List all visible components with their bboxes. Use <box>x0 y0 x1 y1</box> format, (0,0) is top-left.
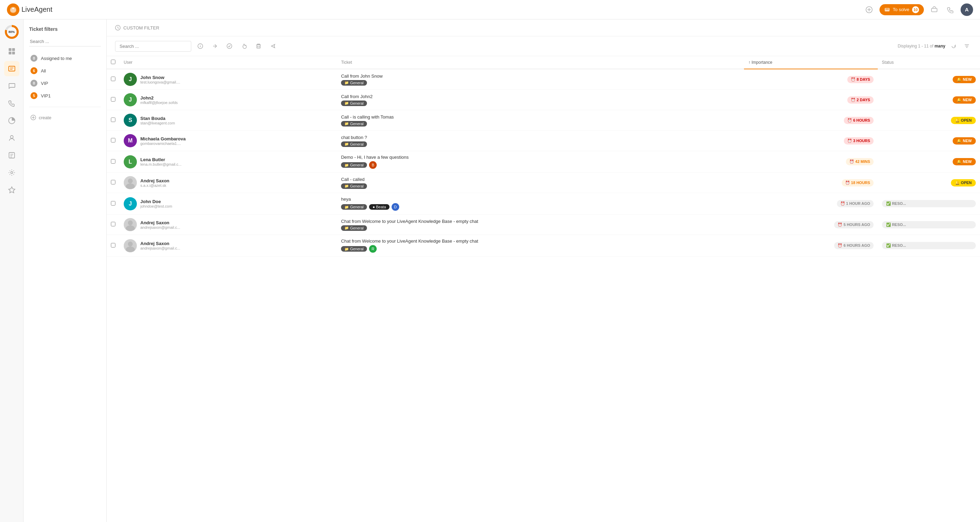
table-row[interactable]: J John2 mfkaflf@jfioejoe.sofds Call from… <box>107 90 980 110</box>
table-row[interactable]: S Stan Bouda stan@liveagent.com Call - i… <box>107 110 980 130</box>
forward-icon[interactable] <box>209 41 220 52</box>
ticket-tags: 📁GeneralB <box>341 161 740 169</box>
row-checkbox[interactable] <box>111 243 115 247</box>
filter-label-all: All <box>41 68 46 73</box>
importance-col: ⏰ 42 MINS <box>744 151 877 173</box>
create-filter-label: create <box>39 115 51 120</box>
col-importance[interactable]: ↑ Importance <box>744 56 877 69</box>
table-row[interactable]: M Michaela Gombarova gombarovamichaela1.… <box>107 130 980 151</box>
status-col: ✅ RESO... <box>878 235 980 256</box>
ticket-toolbar: Displaying 1 - 11 of many <box>107 37 980 56</box>
ticket-title: Demo - Hi, I have a few questions <box>341 154 740 160</box>
user-avatar[interactable]: A <box>961 3 973 16</box>
delete-icon[interactable] <box>253 41 264 52</box>
resolve-icon[interactable] <box>224 41 235 52</box>
sidebar-item-chat[interactable] <box>4 78 19 94</box>
info-icon[interactable] <box>195 41 206 52</box>
importance-col: ⏰ 6 HOURS <box>744 110 877 130</box>
filter-item-vip[interactable]: 0 VIP <box>29 77 101 89</box>
col-user: User <box>119 56 337 69</box>
filter-badge-all: 6 <box>30 67 37 74</box>
ticket-search-input[interactable] <box>115 41 191 52</box>
user-cell: Andrej Saxon andrejsaxon@gmail.c... <box>124 218 332 231</box>
ticket-title: Chat from Welcome to your LiveAgent Know… <box>341 219 740 224</box>
filter-badge-vip1: 5 <box>30 92 37 99</box>
importance-col: ⏰ 3 HOURS <box>744 130 877 151</box>
more-icon[interactable] <box>267 41 278 52</box>
filter-item-vip1[interactable]: 5 VIP1 <box>29 89 101 102</box>
row-checkbox[interactable] <box>111 76 115 81</box>
user-cell: S Stan Bouda stan@liveagent.com <box>124 114 332 127</box>
sidebar-item-settings[interactable] <box>4 165 19 180</box>
ticket-cell: heya 📁General● BeataD <box>337 193 744 215</box>
svg-rect-9 <box>12 48 15 51</box>
svg-point-34 <box>128 220 133 225</box>
ticket-tags: 📁General <box>341 183 740 189</box>
table-row[interactable]: Andrej Saxon s.a.x.i@azet.sk Call - call… <box>107 173 980 193</box>
ticket-tags: 📁General <box>341 225 740 231</box>
svg-point-31 <box>128 178 133 183</box>
user-name: Andrej Saxon <box>140 241 180 246</box>
topnav-right: To solve 10 A <box>864 3 973 16</box>
sidebar-item-reports[interactable] <box>4 113 19 128</box>
notifications-icon[interactable] <box>929 4 940 15</box>
status-col: 🔔 NEW <box>878 151 980 173</box>
user-email: gombarovamichaela1.... <box>140 142 186 146</box>
sidebar-item-calls[interactable] <box>4 95 19 111</box>
filter-badge-vip: 0 <box>30 80 37 87</box>
column-filter-icon[interactable] <box>962 41 972 51</box>
row-checkbox[interactable] <box>111 159 115 164</box>
ticket-cell: Call from John Snow 📁General <box>337 69 744 90</box>
row-checkbox[interactable] <box>111 222 115 226</box>
user-email: mfkaflf@jfioejoe.sofds <box>140 100 178 105</box>
svg-point-14 <box>10 135 13 138</box>
sidebar-item-tickets[interactable] <box>4 61 19 76</box>
filter-search-input[interactable] <box>29 37 101 46</box>
filter-sidebar: Ticket filters 0 Assigned to me 6 All 0 … <box>24 19 107 522</box>
ticket-cell: Call from John2 📁General <box>337 90 744 110</box>
user-name: Andrej Saxon <box>140 178 169 183</box>
sidebar-item-knowledge[interactable] <box>4 148 19 163</box>
row-checkbox[interactable] <box>111 201 115 205</box>
main-layout: 80% Ticket filters <box>0 19 980 522</box>
phone-icon[interactable] <box>945 4 956 15</box>
sidebar-item-dashboard[interactable] <box>4 44 19 59</box>
row-checkbox[interactable] <box>111 138 115 142</box>
table-row[interactable]: J John Doe johndoe@test.com heya 📁Genera… <box>107 193 980 215</box>
logo[interactable]: LiveAgent <box>7 3 52 16</box>
displaying-text: Displaying 1 - 11 of many <box>898 44 945 49</box>
svg-rect-6 <box>885 9 889 10</box>
create-filter-item[interactable]: create <box>29 112 101 123</box>
filter-item-all[interactable]: 6 All <box>29 64 101 77</box>
user-email: stan@liveagent.com <box>140 121 175 125</box>
filter-label-vip1: VIP1 <box>41 93 51 99</box>
ticket-title: chat button ? <box>341 135 740 140</box>
add-icon[interactable] <box>864 4 875 15</box>
col-status: Status <box>878 56 980 69</box>
user-name: Michaela Gombarova <box>140 136 186 142</box>
ticket-tags: 📁General <box>341 121 740 127</box>
sidebar-item-contacts[interactable] <box>4 130 19 146</box>
table-row[interactable]: Andrej Saxon andrejsaxon@gmail.c... Chat… <box>107 215 980 235</box>
row-checkbox[interactable] <box>111 97 115 102</box>
select-all-checkbox[interactable] <box>111 60 115 64</box>
status-col: 🔔 OPEN <box>878 173 980 193</box>
filter-item-assigned[interactable]: 0 Assigned to me <box>29 52 101 64</box>
svg-point-16 <box>11 172 13 173</box>
sidebar-item-starred[interactable] <box>4 182 19 197</box>
logo-text: LiveAgent <box>21 6 52 14</box>
svg-rect-8 <box>9 48 11 51</box>
ticket-title: Call - called <box>341 177 740 182</box>
ticket-title: heya <box>341 197 740 202</box>
importance-col: ⏰ 18 HOURS <box>744 173 877 193</box>
fire-icon[interactable] <box>239 41 250 52</box>
row-checkbox[interactable] <box>111 180 115 185</box>
filter-badge-assigned: 0 <box>30 55 37 62</box>
table-row[interactable]: Andrej Saxon andrejsaxon@gmail.c... Chat… <box>107 235 980 256</box>
user-name: Lena Butler <box>140 157 181 162</box>
refresh-icon[interactable] <box>949 41 959 51</box>
table-row[interactable]: J John Snow test.luongova@gmail.... Call… <box>107 69 980 90</box>
to-solve-button[interactable]: To solve 10 <box>880 4 924 15</box>
row-checkbox[interactable] <box>111 118 115 122</box>
table-row[interactable]: L Lena Butler lena.m.butler@gmail.c... D… <box>107 151 980 173</box>
